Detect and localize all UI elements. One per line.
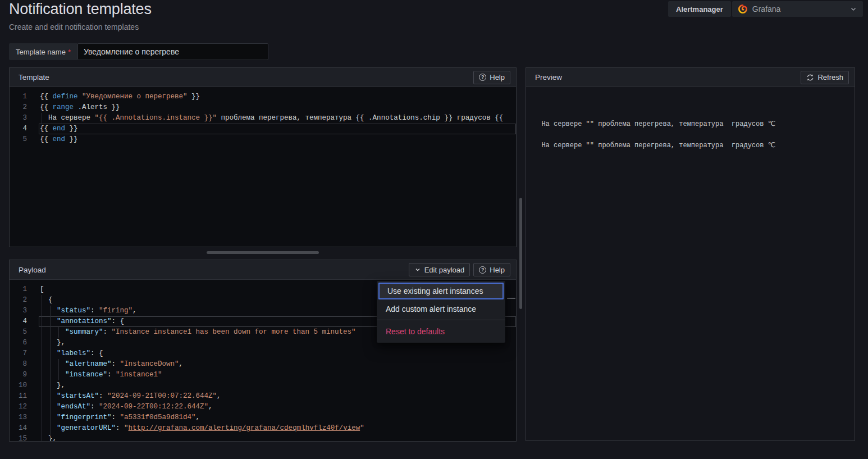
code-line-5[interactable]: 5{{ end }} bbox=[10, 134, 516, 145]
preview-line: На сервере "" проблема перегрева, темпер… bbox=[533, 140, 855, 151]
code-line-8[interactable]: 8 "alertname": "InstanceDown", bbox=[10, 359, 516, 370]
alertmanager-select-value: Grafana bbox=[752, 4, 781, 13]
menu-item-reset-to-defaults[interactable]: Reset to defaults bbox=[377, 324, 505, 339]
chevron-down-icon bbox=[414, 266, 421, 273]
line-number: 8 bbox=[10, 359, 39, 370]
template-name-input[interactable] bbox=[77, 43, 268, 60]
payload-panel-header: Payload Edit payload ? Help bbox=[10, 260, 516, 280]
code-line-1[interactable]: 1{{ define "Уведомление о перегреве" }} bbox=[10, 92, 516, 102]
template-panel: Template ? Help 1{{ define "Уведомление … bbox=[9, 67, 517, 247]
alertmanager-select[interactable]: Grafana bbox=[732, 1, 863, 17]
line-number: 10 bbox=[10, 380, 39, 391]
line-number: 5 bbox=[10, 327, 39, 338]
template-name-label: Template name* bbox=[9, 43, 77, 60]
line-number: 6 bbox=[10, 338, 39, 348]
page-subtitle: Create and edit notification templates bbox=[9, 22, 139, 31]
alertmanager-label: Alertmanager bbox=[668, 1, 731, 17]
template-help-button[interactable]: ? Help bbox=[473, 71, 510, 84]
preview-line bbox=[533, 130, 855, 140]
vertical-resize-handle[interactable] bbox=[519, 198, 522, 309]
template-panel-header: Template ? Help bbox=[10, 68, 516, 87]
indent-guide bbox=[42, 295, 42, 441]
preview-panel-header: Preview Refresh bbox=[526, 68, 855, 87]
code-line-14[interactable]: 14 "generatorURL": "http://grafana.com/a… bbox=[10, 423, 516, 434]
edit-payload-menu: Use existing alert instances Add custom … bbox=[377, 281, 505, 343]
code-line-7[interactable]: 7 "labels": { bbox=[10, 348, 516, 359]
page-title: Notification templates bbox=[9, 0, 152, 19]
line-number: 14 bbox=[10, 423, 39, 434]
preview-line: На сервере "" проблема перегрева, темпер… bbox=[533, 119, 855, 130]
line-number: 4 bbox=[10, 124, 39, 134]
indent-guide bbox=[58, 327, 59, 338]
line-number: 5 bbox=[10, 134, 39, 145]
line-number: 13 bbox=[10, 412, 39, 423]
refresh-button[interactable]: Refresh bbox=[801, 71, 849, 84]
indent-guide bbox=[58, 359, 59, 380]
line-number: 9 bbox=[10, 370, 39, 380]
code-line-4[interactable]: 4{{ end }} bbox=[10, 124, 516, 134]
menu-item-use-existing-alert-instances[interactable]: Use existing alert instances bbox=[378, 283, 504, 299]
line-number: 4 bbox=[10, 316, 39, 327]
code-line-13[interactable]: 13 "fingerprint": "a5331f0d5a9d81d4", bbox=[10, 412, 516, 423]
menu-item-add-custom-alert-instance[interactable]: Add custom alert instance bbox=[377, 301, 505, 317]
alertmanager-picker: Alertmanager Grafana bbox=[668, 1, 863, 17]
chevron-down-icon bbox=[849, 5, 857, 13]
preview-panel: Preview Refresh На сервере "" проблема bbox=[526, 67, 855, 441]
preview-output: На сервере "" проблема перегрева, темпер… bbox=[526, 87, 855, 440]
line-number: 11 bbox=[10, 391, 39, 402]
template-name-field: Template name* bbox=[9, 43, 268, 60]
code-line-2[interactable]: 2{{ range .Alerts }} bbox=[10, 102, 516, 113]
template-code-editor[interactable]: 1{{ define "Уведомление о перегреве" }}2… bbox=[10, 87, 516, 247]
line-number: 1 bbox=[10, 92, 39, 102]
line-number: 3 bbox=[10, 113, 39, 124]
line-number: 15 bbox=[10, 434, 39, 441]
payload-help-button[interactable]: ? Help bbox=[473, 263, 510, 276]
line-number: 1 bbox=[10, 284, 39, 295]
help-icon: ? bbox=[479, 74, 486, 81]
help-icon: ? bbox=[479, 266, 486, 274]
code-line-10[interactable]: 10 }, bbox=[10, 380, 516, 391]
horizontal-resize-handle[interactable] bbox=[207, 251, 319, 254]
edit-payload-button[interactable]: Edit payload bbox=[409, 263, 470, 276]
code-line-15[interactable]: 15 }, bbox=[10, 434, 516, 441]
code-line-3[interactable]: 3 На сервере "{{ .Annotations.instance }… bbox=[10, 113, 516, 124]
grafana-logo-icon bbox=[738, 4, 748, 14]
notification-templates-page: Notification templates Create and edit n… bbox=[0, 0, 868, 459]
line-number: 2 bbox=[10, 295, 39, 306]
code-line-11[interactable]: 11 "startsAt": "2024-09-21T00:07:22.644Z… bbox=[10, 391, 516, 402]
indent-guide bbox=[50, 306, 51, 439]
overview-ruler-cursor-marker bbox=[507, 298, 515, 299]
line-number: 2 bbox=[10, 102, 39, 113]
code-line-9[interactable]: 9 "instance": "instance1" bbox=[10, 370, 516, 380]
template-panel-title: Template bbox=[19, 73, 49, 81]
refresh-icon bbox=[806, 74, 814, 81]
menu-divider bbox=[377, 320, 505, 320]
code-line-12[interactable]: 12 "endsAt": "2024-09-22T00:12:22.644Z", bbox=[10, 402, 516, 412]
required-mark: * bbox=[68, 48, 71, 56]
line-number: 3 bbox=[10, 306, 39, 316]
preview-panel-title: Preview bbox=[535, 73, 562, 81]
line-number: 12 bbox=[10, 402, 39, 412]
indent-guide bbox=[42, 113, 42, 124]
payload-panel-title: Payload bbox=[19, 266, 46, 274]
line-number: 7 bbox=[10, 348, 39, 359]
